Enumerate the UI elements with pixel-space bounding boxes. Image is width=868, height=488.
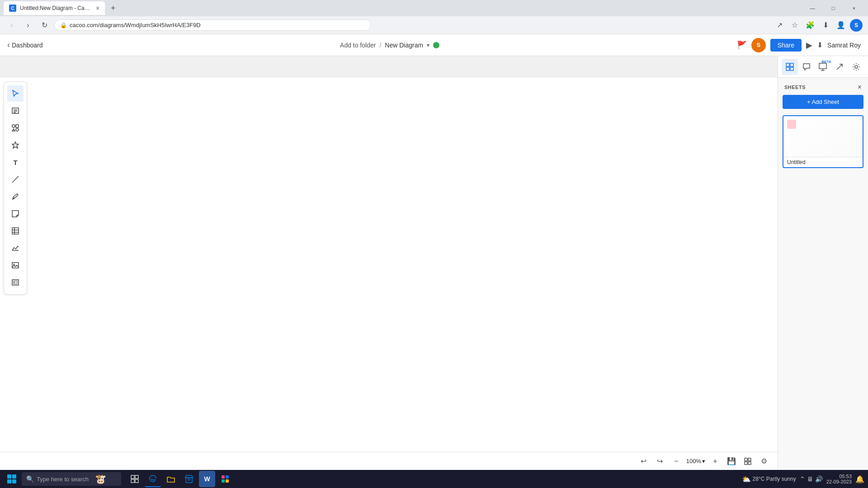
minimize-button[interactable]: — [802,0,823,16]
svg-rect-0 [786,63,789,66]
bookmark-button[interactable]: ☆ [788,19,801,32]
undo-button[interactable]: ↩ [637,455,650,468]
browser-profile[interactable]: S [850,19,863,32]
svg-rect-34 [745,462,747,465]
address-text: cacoo.com/diagrams/WmdjIumSkH5IwrHA/E3F9… [70,22,201,28]
svg-rect-44 [226,479,229,483]
system-time[interactable]: 05:53 22-09-2023 [826,474,852,484]
add-sheet-button[interactable]: + Add Sheet [783,95,863,109]
taskbar-other-app[interactable] [217,471,233,487]
diagram-name[interactable]: New Diagram [385,42,423,49]
address-right-icons: ↗ ☆ 🧩 ⬇ 👤 S [773,19,863,32]
user-name-label[interactable]: Samrat Roy [827,42,861,49]
sheets-header: SHEETS × [778,78,868,95]
taskbar: 🔍 Type here to search 🐮 W ⛅ 28°C Partly … [0,470,868,488]
main-canvas[interactable] [0,78,778,470]
weather-widget[interactable]: ⛅ 28°C Partly sunny [742,475,796,483]
svg-point-7 [855,66,858,68]
share-page-button[interactable]: ↗ [773,19,786,32]
profile-button[interactable]: 👤 [835,19,847,32]
embed-tool[interactable] [7,274,24,291]
fit-to-screen-button[interactable] [741,455,754,468]
chart-tool[interactable] [7,240,24,256]
forward-button[interactable]: › [22,19,34,32]
tab-comments[interactable] [798,59,815,75]
svg-rect-38 [131,479,134,483]
zoom-in-button[interactable]: + [709,455,722,468]
sheets-panel: SHEETS × + Add Sheet Untitled [778,78,868,470]
notification-button[interactable]: 🔔 [855,475,864,483]
svg-marker-14 [12,129,15,131]
line-tool[interactable] [7,171,24,188]
taskbar-word[interactable]: W [199,471,215,487]
browser-chrome: C Untitled:New Diagram - Cacoo × + — □ × [0,0,868,16]
address-input[interactable]: 🔒 cacoo.com/diagrams/WmdjIumSkH5IwrHA/E3… [54,19,371,31]
path-separator: / [379,42,381,49]
download-button[interactable]: ⬇ [819,19,832,32]
back-to-dashboard[interactable]: ‹ Dashboard [7,40,43,50]
star-tool[interactable] [7,137,24,153]
add-to-folder-link[interactable]: Add to folder [340,42,376,49]
svg-rect-4 [819,63,826,69]
save-status-dot [433,42,439,48]
taskbar-search[interactable]: 🔍 Type here to search 🐮 [22,472,121,486]
network-icon[interactable]: 🖥 [807,475,813,483]
tab-shapes[interactable] [782,59,798,75]
back-button[interactable]: ‹ [5,19,18,32]
weather-text: 28°C Partly sunny [753,476,796,482]
browser-tab[interactable]: C Untitled:New Diagram - Cacoo × [4,1,105,15]
bottom-bar: ↩ ↪ − 100% ▾ + 💾 ⚙ [0,452,778,470]
sheet-item-untitled[interactable]: Untitled [783,115,863,168]
sheets-title: SHEETS [784,84,806,90]
select-tool[interactable] [7,85,24,102]
image-tool[interactable] [7,257,24,273]
zoom-level-display[interactable]: 100% ▾ [686,458,705,465]
share-button[interactable]: Share [770,39,802,52]
svg-marker-16 [12,142,19,148]
pen-tool[interactable] [7,188,24,205]
zoom-out-button[interactable]: − [670,455,683,468]
zoom-dropdown-icon[interactable]: ▾ [702,458,705,465]
windows-logo [7,474,16,483]
more-settings-button[interactable]: ⚙ [758,455,770,468]
diagram-dropdown-icon[interactable]: ▾ [427,42,429,48]
sheets-close-button[interactable]: × [858,83,862,91]
notes-tool[interactable] [7,103,24,119]
start-button[interactable] [4,471,20,487]
taskbar-search-icon: 🔍 [26,475,34,483]
sticky-tool[interactable] [7,206,24,222]
svg-rect-27 [12,263,19,268]
taskbar-edge[interactable] [145,471,161,487]
tab-present[interactable]: BETA [815,59,831,75]
svg-rect-36 [131,475,134,479]
save-local-button[interactable]: 💾 [725,455,738,468]
play-button[interactable]: ▶ [806,40,812,50]
new-tab-button[interactable]: + [107,2,119,14]
taskbar-store[interactable] [181,471,197,487]
download-button-header[interactable]: ⬇ [817,41,823,49]
tab-close-button[interactable]: × [96,5,99,12]
left-toolbar: T [4,81,27,295]
tab-connect[interactable] [831,59,848,75]
shapes-tool[interactable] [7,120,24,136]
reload-button[interactable]: ↻ [38,19,51,32]
dashboard-link[interactable]: Dashboard [12,42,43,49]
taskbar-explorer[interactable] [163,471,179,487]
svg-rect-32 [745,458,747,461]
time-display: 05:53 [826,474,852,479]
chevron-up-icon[interactable]: ⌃ [800,475,805,483]
beta-label: BETA [821,60,831,64]
tab-title: Untitled:New Diagram - Cacoo [20,5,92,11]
user-avatar[interactable]: S [751,38,766,52]
speaker-icon[interactable]: 🔊 [815,475,823,483]
address-bar-row: ‹ › ↻ 🔒 cacoo.com/diagrams/WmdjIumSkH5Iw… [0,16,868,34]
close-button[interactable]: × [844,0,864,16]
maximize-button[interactable]: □ [823,0,844,16]
taskbar-taskview[interactable] [127,471,143,487]
text-tool[interactable]: T [7,154,24,170]
redo-button[interactable]: ↪ [654,455,666,468]
tab-settings[interactable] [848,59,864,75]
table-tool[interactable] [7,223,24,239]
extensions-button[interactable]: 🧩 [804,19,816,32]
svg-rect-39 [135,479,138,483]
